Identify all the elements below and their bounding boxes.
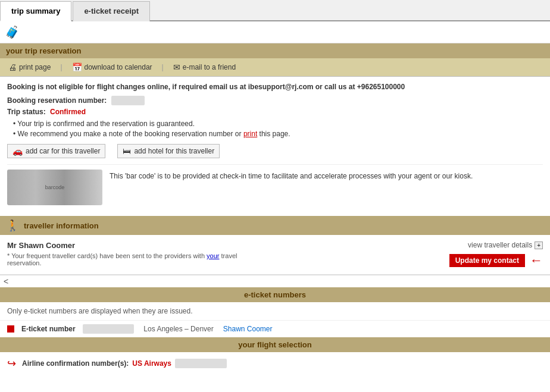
toolbar-sep-1: | xyxy=(60,63,62,71)
tab-eticket-receipt[interactable]: e-ticket receipt xyxy=(73,1,150,21)
traveller-name: Mr Shawn Coomer xyxy=(7,241,257,250)
booking-reservation-row: Booking reservation number: xyxy=(7,96,543,105)
eticket-row: E-ticket number Los Angeles – Denver Sha… xyxy=(0,321,550,337)
bullet-item-1: Your trip is confirmed and the reservati… xyxy=(13,120,543,128)
red-arrow-icon: ← xyxy=(530,253,543,268)
collapse-bar[interactable]: < xyxy=(0,275,550,287)
eticket-section: e-ticket numbers Only e-ticket numbers a… xyxy=(0,287,550,337)
barcode-area: barcode This 'bar code' is to be provide… xyxy=(7,164,543,210)
print-link[interactable]: print xyxy=(243,130,257,138)
trip-status-value: Confirmed xyxy=(50,108,86,116)
trip-status-row: Trip status: Confirmed xyxy=(7,108,543,116)
car-icon: 🚗 xyxy=(12,146,23,156)
plus-button[interactable]: + xyxy=(535,242,543,249)
eticket-number xyxy=(83,324,135,334)
service-buttons: 🚗 add car for this traveller 🛏 add hotel… xyxy=(7,144,543,158)
booking-reservation-label: Booking reservation number: xyxy=(7,96,107,105)
view-details-row: view traveller details + xyxy=(468,241,543,249)
eticket-info: Only e-ticket numbers are displayed when… xyxy=(0,302,550,321)
tabs-bar: trip summary e-ticket receipt xyxy=(0,0,550,21)
airline-label: Airline confirmation number(s): xyxy=(22,359,129,368)
luggage-bar: 🧳 xyxy=(0,21,550,43)
frequent-link[interactable]: your xyxy=(207,252,219,259)
barcode-text: This 'bar code' is to be provided at che… xyxy=(110,172,473,180)
toolbar-sep-2: | xyxy=(162,63,164,71)
email-button[interactable]: ✉ e-mail to a friend xyxy=(171,61,238,73)
traveller-name-small: Shawn Coomer xyxy=(223,325,273,333)
trip-status-label: Trip status: xyxy=(7,108,46,116)
flight-section: your flight selection ↪ Airline confirma… xyxy=(0,337,550,375)
eticket-label: E-ticket number xyxy=(21,325,76,333)
tab-trip-summary[interactable]: trip summary xyxy=(0,1,71,21)
eticket-header: e-ticket numbers xyxy=(0,287,550,302)
airline-number xyxy=(175,359,227,368)
warning-text: Booking is not eligible for flight chang… xyxy=(7,83,543,91)
red-square xyxy=(7,325,14,333)
update-contact-row: Update my contact ← xyxy=(449,253,543,268)
print-icon: 🖨 xyxy=(8,62,17,72)
toolbar: 🖨 print page | 📅 download to calendar | … xyxy=(0,58,550,77)
airline-name: US Airways xyxy=(132,359,171,368)
traveller-right: view traveller details + Update my conta… xyxy=(449,241,543,268)
update-contact-button[interactable]: Update my contact xyxy=(449,254,525,267)
calendar-icon: 📅 xyxy=(72,62,82,72)
traveller-body: Mr Shawn Coomer * Your frequent travelle… xyxy=(0,235,550,275)
curved-arrow-icon: ↪ xyxy=(7,357,16,370)
print-button[interactable]: 🖨 print page xyxy=(6,61,53,73)
flight-body: ↪ Airline confirmation number(s): US Air… xyxy=(0,352,550,375)
bullet-item-2: We recommend you make a note of the book… xyxy=(13,130,543,138)
info-block: Booking is not eligible for flight chang… xyxy=(0,77,550,216)
email-icon: ✉ xyxy=(173,62,180,72)
booking-reservation-value xyxy=(111,96,145,105)
trip-reservation-section: your trip reservation 🖨 print page | 📅 d… xyxy=(0,43,550,216)
traveller-header: 🚶 traveller information xyxy=(0,216,550,235)
trip-reservation-header: your trip reservation xyxy=(0,43,550,58)
view-traveller-details-link[interactable]: view traveller details xyxy=(468,241,532,249)
traveller-row: Mr Shawn Coomer * Your frequent travelle… xyxy=(7,241,543,268)
frequent-traveller-note: * Your frequent traveller card(s) have b… xyxy=(7,252,257,266)
traveller-left: Mr Shawn Coomer * Your frequent travelle… xyxy=(7,241,257,266)
add-hotel-button[interactable]: 🛏 add hotel for this traveller xyxy=(117,144,220,158)
add-car-button[interactable]: 🚗 add car for this traveller xyxy=(7,144,105,158)
luggage-icon: 🧳 xyxy=(5,26,20,39)
bullet-list: Your trip is confirmed and the reservati… xyxy=(13,120,543,138)
barcode-image: barcode xyxy=(7,170,102,205)
traveller-section: 🚶 traveller information Mr Shawn Coomer … xyxy=(0,216,550,287)
person-icon: 🚶 xyxy=(6,219,19,232)
flight-header: your flight selection xyxy=(0,337,550,352)
route-text: Los Angeles – Denver xyxy=(143,325,213,333)
airline-row: ↪ Airline confirmation number(s): US Air… xyxy=(7,357,543,370)
calendar-button[interactable]: 📅 download to calendar xyxy=(70,61,155,73)
hotel-icon: 🛏 xyxy=(123,146,131,156)
